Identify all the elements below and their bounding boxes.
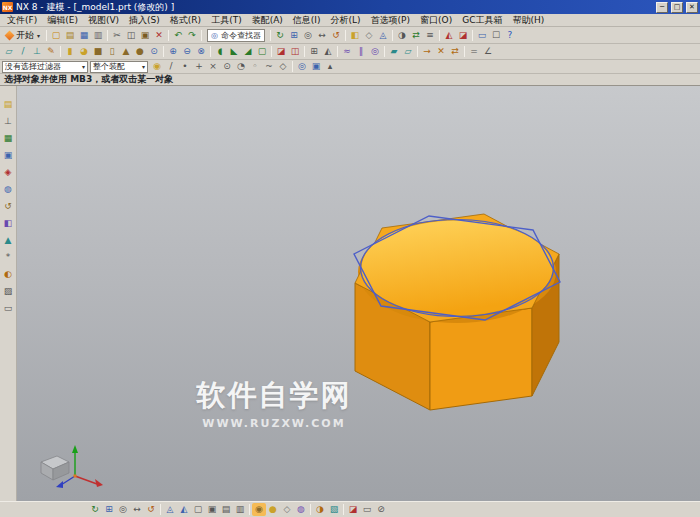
menu-item[interactable]: 工具(T)	[206, 14, 247, 27]
menu-item[interactable]: 插入(S)	[124, 14, 165, 27]
graphics-viewport[interactable]: 软件自学网 WWW.RUZXW.COM	[17, 86, 700, 501]
subtract-icon[interactable]: ⊖	[180, 45, 194, 58]
magnify-icon[interactable]: ◎	[295, 60, 309, 73]
minimize-button[interactable]: ─	[656, 2, 668, 13]
mid-point-snap-icon[interactable]: •	[178, 60, 192, 73]
block-icon[interactable]: ■	[91, 45, 105, 58]
through-curves-icon[interactable]: ∥	[354, 45, 368, 58]
trimetric-view-icon[interactable]: ◬	[163, 503, 177, 516]
draft-icon[interactable]: ◢	[241, 45, 255, 58]
triad-origin[interactable]	[74, 475, 77, 478]
model-hex-prism[interactable]	[354, 214, 560, 410]
control-point-snap-icon[interactable]: +	[192, 60, 206, 73]
lock-view-rotation-icon[interactable]: ⊘	[374, 503, 388, 516]
snap-point-toggle-icon[interactable]: ◉	[150, 60, 164, 73]
highlight-selection-icon[interactable]: ▣	[309, 60, 323, 73]
part-navigator-icon[interactable]: ▦	[1, 132, 15, 145]
delete-icon[interactable]: ✕	[152, 29, 166, 42]
move-face-icon[interactable]: →	[420, 45, 434, 58]
pan-view-icon[interactable]: ↔	[315, 29, 329, 42]
menu-item[interactable]: 帮助(H)	[507, 14, 549, 27]
layer-settings-icon[interactable]: ≡	[423, 29, 437, 42]
menu-item[interactable]: 编辑(E)	[42, 14, 83, 27]
thicken-icon[interactable]: ▰	[387, 45, 401, 58]
selection-scope-dropdown[interactable]: 整个装配 ▾	[90, 61, 148, 73]
quadrant-snap-icon[interactable]: ◔	[234, 60, 248, 73]
datum-axis-icon[interactable]: /	[16, 45, 30, 58]
pattern-feature-icon[interactable]: ⊞	[307, 45, 321, 58]
orient-view-icon[interactable]: ◬	[376, 29, 390, 42]
isometric-view-icon[interactable]: ◭	[177, 503, 191, 516]
shaded-with-edges-icon[interactable]: ◧	[348, 29, 362, 42]
refresh-view-icon[interactable]: ↻	[273, 29, 287, 42]
rotate-view-icon[interactable]: ↺	[329, 29, 343, 42]
move-object-icon[interactable]: ⇄	[409, 29, 423, 42]
delete-face-icon[interactable]: ✕	[434, 45, 448, 58]
right-view-icon[interactable]: ▤	[219, 503, 233, 516]
redo-icon[interactable]: ↷	[185, 29, 199, 42]
intersection-snap-icon[interactable]: ×	[206, 60, 220, 73]
new-icon[interactable]: ▢	[49, 29, 63, 42]
window-switch-icon[interactable]: ▭	[475, 29, 489, 42]
show-and-hide-icon[interactable]: ◑	[395, 29, 409, 42]
swept-icon[interactable]: ≈	[340, 45, 354, 58]
mirror-feature-icon[interactable]: ◭	[321, 45, 335, 58]
undo-icon[interactable]: ↶	[171, 29, 185, 42]
menu-item[interactable]: 分析(L)	[326, 14, 366, 27]
fit-view-icon[interactable]: ⊞	[102, 503, 116, 516]
menu-item[interactable]: 首选项(P)	[366, 14, 415, 27]
cut-icon[interactable]: ✂	[110, 29, 124, 42]
trim-body-icon[interactable]: ◪	[274, 45, 288, 58]
wcs-triad[interactable]	[41, 445, 103, 488]
split-body-icon[interactable]: ◫	[288, 45, 302, 58]
cone-icon[interactable]: ▲	[119, 45, 133, 58]
shaded-icon[interactable]: ●	[266, 503, 280, 516]
prism-front-face[interactable]	[430, 308, 532, 410]
cylinder-icon[interactable]: ▯	[105, 45, 119, 58]
front-view-icon[interactable]: ▣	[205, 503, 219, 516]
true-shading-icon[interactable]: ◑	[313, 503, 327, 516]
touch-mode-icon[interactable]: ☐	[489, 29, 503, 42]
clip-section-icon[interactable]: ◪	[346, 503, 360, 516]
wireframe-icon[interactable]: ◇	[280, 503, 294, 516]
manufacturing-wizards-icon[interactable]: *	[1, 251, 15, 264]
selection-filter-dropdown[interactable]: 没有选择过滤器 ▾	[2, 61, 88, 73]
point-on-face-snap-icon[interactable]: ◇	[276, 60, 290, 73]
hole-icon[interactable]: ⊙	[147, 45, 161, 58]
extrude-icon[interactable]: ▮	[63, 45, 77, 58]
pan-view-icon[interactable]: ↔	[130, 503, 144, 516]
history-icon[interactable]: ↺	[1, 200, 15, 213]
back-view-icon[interactable]: ▥	[233, 503, 247, 516]
web-browser-icon[interactable]: ◍	[1, 183, 15, 196]
zoom-view-icon[interactable]: ◎	[116, 503, 130, 516]
offset-surface-icon[interactable]: ▱	[401, 45, 415, 58]
close-button[interactable]: ✕	[686, 2, 698, 13]
unite-icon[interactable]: ⊕	[166, 45, 180, 58]
existing-point-snap-icon[interactable]: ◦	[248, 60, 262, 73]
selection-priority-icon[interactable]: ▴	[323, 60, 337, 73]
menu-item[interactable]: 视图(V)	[83, 14, 124, 27]
rotate-view-icon[interactable]: ↺	[144, 503, 158, 516]
fit-view-icon[interactable]: ⊞	[287, 29, 301, 42]
arc-center-snap-icon[interactable]: ⊙	[220, 60, 234, 73]
system-materials-icon[interactable]: ◧	[1, 217, 15, 230]
command-finder-input[interactable]: ◎ 命令查找器	[207, 29, 265, 42]
z-axis[interactable]	[61, 476, 75, 485]
sketch-icon[interactable]: ✎	[44, 45, 58, 58]
revolve-icon[interactable]: ◕	[77, 45, 91, 58]
roles-icon[interactable]: ◐	[1, 268, 15, 281]
reuse-library-icon[interactable]: ▣	[1, 149, 15, 162]
constraint-navigator-icon[interactable]: ⊥	[1, 115, 15, 128]
datum-csys-icon[interactable]: ⊥	[30, 45, 44, 58]
menu-item[interactable]: 文件(F)	[2, 14, 42, 27]
help-icon[interactable]: ?	[503, 29, 517, 42]
zoom-view-icon[interactable]: ◎	[301, 29, 315, 42]
menu-item[interactable]: 窗口(O)	[415, 14, 457, 27]
save-icon[interactable]: ▦	[77, 29, 91, 42]
copy-icon[interactable]: ◫	[124, 29, 138, 42]
point-on-curve-snap-icon[interactable]: ~	[262, 60, 276, 73]
hd3d-tools-icon[interactable]: ◈	[1, 166, 15, 179]
x-axis[interactable]	[75, 476, 97, 484]
menu-item[interactable]: 格式(R)	[165, 14, 206, 27]
paste-icon[interactable]: ▣	[138, 29, 152, 42]
